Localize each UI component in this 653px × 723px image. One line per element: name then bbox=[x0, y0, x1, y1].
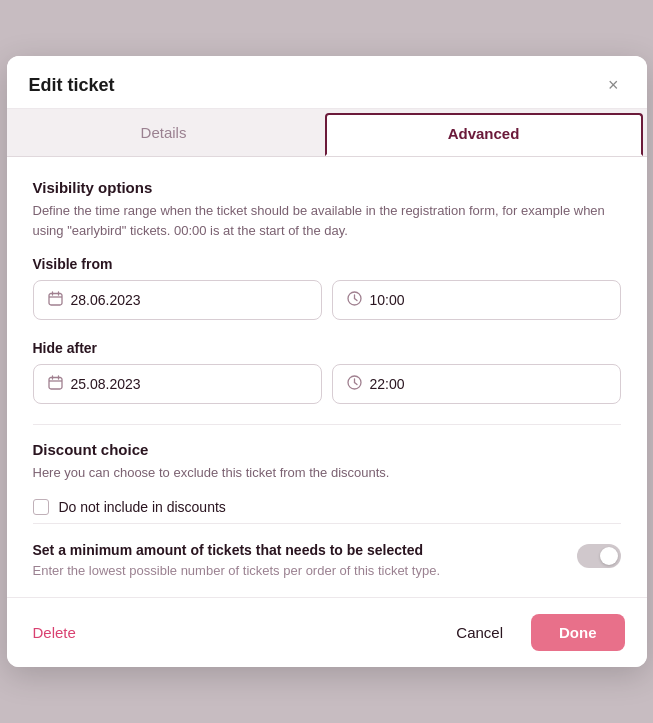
visibility-title: Visibility options bbox=[33, 179, 621, 196]
toggle-thumb bbox=[600, 547, 618, 565]
edit-ticket-modal: Edit ticket × Details Advanced Visibilit… bbox=[7, 56, 647, 666]
visible-from-date-input[interactable]: 28.06.2023 bbox=[33, 280, 322, 320]
minimum-section: Set a minimum amount of tickets that nee… bbox=[33, 542, 621, 581]
modal-footer: Delete Cancel Done bbox=[7, 597, 647, 667]
calendar-icon-2 bbox=[48, 375, 63, 393]
clock-icon bbox=[347, 291, 362, 309]
svg-line-6 bbox=[354, 299, 357, 301]
hide-after-time-input[interactable]: 22:00 bbox=[332, 364, 621, 404]
discount-title: Discount choice bbox=[33, 441, 621, 458]
visibility-section: Visibility options Define the time range… bbox=[33, 179, 621, 404]
section-divider-2 bbox=[33, 523, 621, 524]
hide-after-row: 25.08.2023 22:00 bbox=[33, 364, 621, 404]
hide-after-time-value: 22:00 bbox=[370, 376, 405, 392]
discount-section: Discount choice Here you can choose to e… bbox=[33, 441, 621, 515]
close-button[interactable]: × bbox=[602, 74, 625, 96]
modal-title: Edit ticket bbox=[29, 75, 115, 96]
clock-icon-2 bbox=[347, 375, 362, 393]
visible-from-row: 28.06.2023 10:00 bbox=[33, 280, 621, 320]
calendar-icon bbox=[48, 291, 63, 309]
modal-body: Visibility options Define the time range… bbox=[7, 157, 647, 596]
delete-button[interactable]: Delete bbox=[29, 616, 80, 649]
done-button[interactable]: Done bbox=[531, 614, 625, 651]
discount-checkbox-label: Do not include in discounts bbox=[59, 499, 226, 515]
svg-rect-0 bbox=[49, 294, 62, 306]
svg-rect-7 bbox=[49, 378, 62, 390]
discount-checkbox[interactable] bbox=[33, 499, 49, 515]
tab-advanced[interactable]: Advanced bbox=[325, 113, 643, 156]
section-divider-1 bbox=[33, 424, 621, 425]
footer-right: Cancel Done bbox=[442, 614, 624, 651]
visible-from-time-input[interactable]: 10:00 bbox=[332, 280, 621, 320]
visible-from-time-value: 10:00 bbox=[370, 292, 405, 308]
svg-line-13 bbox=[354, 383, 357, 385]
tab-details[interactable]: Details bbox=[7, 109, 321, 156]
visible-from-label: Visible from bbox=[33, 256, 621, 272]
visible-from-date-value: 28.06.2023 bbox=[71, 292, 141, 308]
hide-after-label: Hide after bbox=[33, 340, 621, 356]
hide-after-date-value: 25.08.2023 bbox=[71, 376, 141, 392]
hide-after-date-input[interactable]: 25.08.2023 bbox=[33, 364, 322, 404]
minimum-title: Set a minimum amount of tickets that nee… bbox=[33, 542, 561, 558]
toggle-track[interactable] bbox=[577, 544, 621, 568]
discount-desc: Here you can choose to exclude this tick… bbox=[33, 463, 621, 483]
tab-bar: Details Advanced bbox=[7, 109, 647, 157]
minimum-text: Set a minimum amount of tickets that nee… bbox=[33, 542, 561, 581]
modal-header: Edit ticket × bbox=[7, 56, 647, 109]
minimum-desc: Enter the lowest possible number of tick… bbox=[33, 562, 561, 581]
minimum-toggle[interactable] bbox=[577, 544, 621, 568]
discount-checkbox-row: Do not include in discounts bbox=[33, 499, 621, 515]
visibility-desc: Define the time range when the ticket sh… bbox=[33, 201, 621, 240]
cancel-button[interactable]: Cancel bbox=[442, 616, 517, 649]
